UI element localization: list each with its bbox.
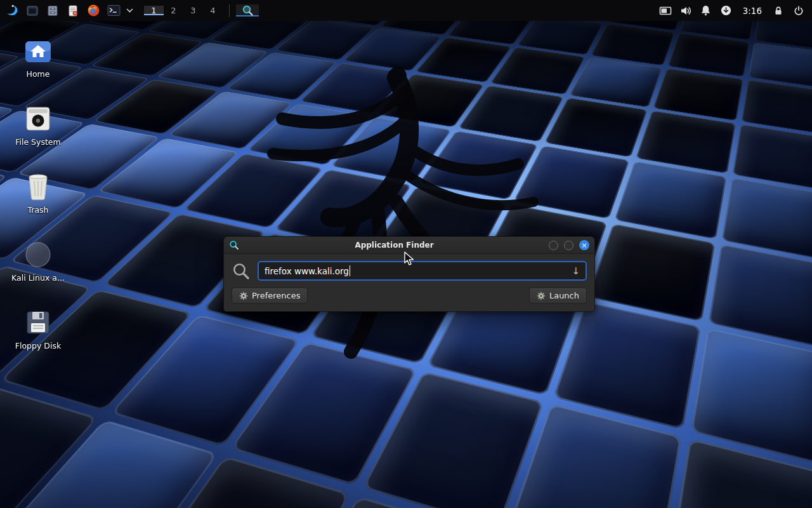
clock[interactable]: 3:16	[737, 6, 768, 16]
search-row: firefox www.kali.org ↓	[232, 261, 587, 281]
window-controls: ×	[549, 240, 589, 250]
launch-button[interactable]: Launch	[529, 288, 587, 304]
dropdown-arrow-icon[interactable]: ↓	[566, 265, 580, 277]
desktop-icon-trash[interactable]: Trash	[6, 171, 70, 215]
panel-left-group: 1 2 3 4	[0, 0, 259, 21]
desktop-icon-floppy[interactable]: Floppy Disk	[6, 307, 70, 351]
notifications-bell-icon[interactable]	[697, 0, 716, 21]
volume-icon[interactable]	[676, 0, 695, 21]
preferences-label: Preferences	[252, 291, 300, 300]
taskbar-item-application-finder[interactable]	[236, 4, 259, 17]
maximize-button[interactable]	[564, 241, 573, 250]
workspace-button-2[interactable]: 2	[164, 6, 183, 15]
firefox-icon	[87, 4, 100, 17]
close-button[interactable]: ×	[579, 240, 589, 250]
power-logout-icon[interactable]	[789, 0, 808, 21]
window-icon	[26, 4, 39, 17]
gear-icon	[239, 291, 248, 300]
text-caret	[350, 265, 350, 276]
button-row: Preferences	[232, 288, 587, 304]
window-body: firefox www.kali.org ↓	[224, 254, 594, 311]
desktop-icon-file-system[interactable]: File System	[6, 104, 70, 147]
home-icon	[23, 36, 53, 66]
display-settings-icon[interactable]	[656, 0, 675, 21]
system-tray: 3:16	[656, 0, 812, 21]
search-input-value: firefox www.kali.org	[265, 266, 349, 276]
launcher-terminal[interactable]	[103, 0, 124, 21]
kali-logo-icon	[5, 4, 19, 18]
desktop-icon-label: Trash	[27, 205, 48, 215]
desktop-icon-label: Home	[27, 69, 50, 79]
desktop-icon-label: File System	[15, 137, 61, 147]
preferences-button[interactable]: Preferences	[232, 288, 308, 304]
launch-icon	[537, 291, 546, 300]
top-panel: 1 2 3 4	[0, 0, 812, 21]
launcher-text-editor[interactable]	[63, 0, 83, 21]
desktop-icon-kali-volume[interactable]: Kali Linux a...	[6, 239, 70, 283]
window-magnifier-icon	[229, 240, 240, 250]
application-finder-window: Application Finder × firefox www.kali.or…	[223, 236, 595, 312]
desktop-icon-label: Floppy Disk	[15, 341, 61, 351]
launch-label: Launch	[549, 291, 579, 300]
launcher-firefox[interactable]	[83, 0, 103, 21]
desktop-icon-label: Kali Linux a...	[11, 273, 65, 283]
launcher-window-manager[interactable]	[22, 0, 43, 21]
launcher-file-manager[interactable]	[43, 0, 63, 21]
file-system-icon	[24, 104, 52, 134]
file-cabinet-icon	[46, 4, 59, 17]
trash-icon	[25, 171, 51, 202]
desktop-icon-home[interactable]: Home	[6, 36, 70, 79]
workspace-button-3[interactable]: 3	[183, 6, 203, 15]
workspace-switcher: 1 2 3 4	[144, 6, 223, 15]
status-update-icon[interactable]	[717, 0, 736, 21]
titlebar[interactable]: Application Finder ×	[224, 237, 594, 254]
minimize-button[interactable]	[549, 241, 558, 250]
lock-screen-icon[interactable]	[769, 0, 788, 21]
search-magnifier-icon	[232, 262, 251, 281]
magnifier-icon	[242, 4, 254, 17]
kali-volume-icon	[24, 239, 52, 270]
kali-menu-button[interactable]	[2, 0, 22, 21]
panel-separator	[229, 4, 230, 17]
floppy-icon	[25, 307, 51, 338]
workspace-button-4[interactable]: 4	[203, 6, 223, 15]
search-input[interactable]: firefox www.kali.org ↓	[258, 261, 587, 281]
terminal-icon	[107, 4, 121, 17]
window-title: Application Finder	[240, 241, 549, 250]
workspace-button-1[interactable]: 1	[144, 6, 164, 15]
document-icon	[67, 4, 79, 17]
terminal-dropdown-chevron-icon[interactable]	[124, 0, 135, 21]
